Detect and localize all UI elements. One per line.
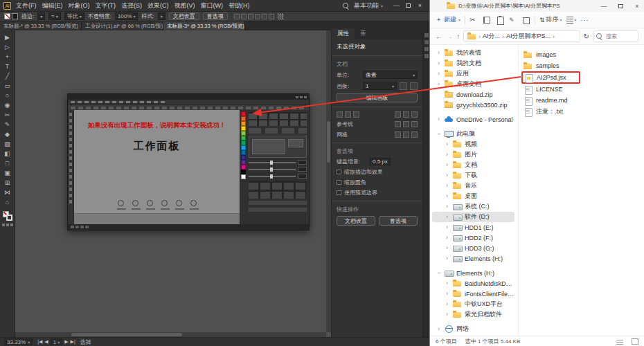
sidebar-item[interactable]: 音乐: [432, 181, 515, 191]
sidebar-item[interactable]: download.zip: [432, 89, 515, 100]
paste-icon[interactable]: [496, 16, 504, 24]
sidebar-item[interactable]: HDD1 (E:): [432, 222, 515, 233]
brush-dropdown[interactable]: ≈▾: [48, 12, 60, 20]
chevron-icon[interactable]: [446, 203, 450, 210]
grid-icons[interactable]: [395, 131, 418, 138]
quick-document-setup-button[interactable]: 文档设置: [337, 216, 375, 226]
fill-stroke-swatches[interactable]: [4, 13, 18, 19]
edit-artboard-button[interactable]: 编辑画板: [337, 93, 418, 102]
sidebar-item[interactable]: iFontsClientFileCache: [432, 289, 515, 299]
portrait-icon[interactable]: [400, 82, 407, 90]
chevron-icon[interactable]: [438, 131, 442, 137]
sidebar-item[interactable]: 应用: [432, 69, 515, 79]
chevron-icon[interactable]: [446, 291, 450, 297]
chevron-icon[interactable]: [438, 116, 442, 122]
minimize-button[interactable]: —: [597, 1, 611, 12]
chevron-icon[interactable]: [438, 71, 442, 77]
horizontal-scrollbar[interactable]: [15, 332, 326, 337]
sidebar-item[interactable]: HDD3 (G:): [432, 243, 515, 253]
preferences-button[interactable]: 首选项: [203, 12, 228, 20]
sidebar-item[interactable]: 桌面: [432, 191, 515, 201]
width-profile-dropdown[interactable]: 等比▾: [64, 12, 84, 20]
tool-icon[interactable]: T: [1, 62, 14, 71]
chevron-icon[interactable]: [446, 245, 450, 251]
first-artboard-icon[interactable]: |◀: [37, 339, 42, 345]
chevron-icon[interactable]: [446, 141, 450, 147]
unit-dropdown[interactable]: 像素▾: [363, 71, 418, 79]
guides-icons[interactable]: [395, 121, 418, 127]
fill-swatch[interactable]: [4, 13, 10, 19]
zoom-dropdown[interactable]: 33.33% ▾: [4, 338, 33, 345]
menu-item[interactable]: 效果(C): [147, 1, 169, 10]
breadcrumb-segment[interactable]: AI分...: [483, 32, 500, 41]
menu-item[interactable]: 窗口(W): [201, 1, 224, 10]
breadcrumb-segment[interactable]: AI分层脚本PS...: [506, 32, 551, 41]
file-row[interactable]: samples: [521, 60, 562, 71]
stroke-width-dropdown[interactable]: ▾: [37, 12, 45, 20]
tool-icon[interactable]: ▷: [1, 42, 14, 52]
style-dropdown[interactable]: ▾: [158, 12, 166, 20]
document-tab[interactable]: 工业设计(1).ai* @ 66 % (RGB/预览): [82, 21, 163, 30]
stroke-swatch[interactable]: [12, 13, 18, 19]
tool-icon[interactable]: ◆: [1, 129, 14, 139]
menu-item[interactable]: 编辑(E): [42, 1, 63, 10]
chevron-icon[interactable]: [446, 224, 450, 230]
search-input[interactable]: [605, 33, 635, 40]
menu-item[interactable]: 帮助(H): [229, 1, 250, 10]
tab-properties[interactable]: 属性: [332, 28, 355, 39]
chevron-icon[interactable]: [446, 301, 450, 307]
file-row[interactable]: images: [521, 49, 558, 60]
chevron-icon[interactable]: [446, 311, 450, 318]
align-icons[interactable]: [234, 14, 274, 19]
tool-icon[interactable]: ▶: [1, 33, 14, 42]
fill-stroke-widget[interactable]: [3, 211, 12, 221]
sidebar-item[interactable]: 紫光归档软件: [432, 309, 515, 320]
last-artboard-icon[interactable]: ▶|: [71, 339, 75, 345]
new-button[interactable]: ＋ 新建 ▾: [436, 15, 460, 24]
sidebar-item[interactable]: 网络: [432, 324, 515, 334]
vertical-scrollbar[interactable]: [326, 30, 331, 332]
preference-checkbox-row[interactable]: 缩放圆角: [337, 179, 418, 186]
chevron-icon[interactable]: [446, 280, 450, 286]
chevron-icon[interactable]: [438, 326, 442, 332]
chevron-icon[interactable]: [438, 81, 442, 87]
tool-icon[interactable]: ▭: [1, 81, 14, 91]
quick-preferences-button[interactable]: 首选项: [379, 216, 418, 226]
tool-icon[interactable]: ⋈: [1, 188, 14, 197]
file-row[interactable]: LICENSE: [521, 84, 565, 95]
tool-icon[interactable]: ◉: [1, 100, 14, 110]
delete-icon[interactable]: [522, 16, 530, 24]
tool-icon[interactable]: ✎: [1, 120, 14, 129]
sidebar-item[interactable]: BaiduNetdiskDownload: [432, 278, 515, 289]
document-setup-button[interactable]: 文档设置: [169, 12, 199, 20]
sidebar-item[interactable]: 我的表情: [432, 48, 515, 58]
chevron-icon[interactable]: [446, 152, 450, 158]
tool-icon[interactable]: ▣: [1, 168, 14, 178]
canvas[interactable]: 如果没有出现工作面板，说明脚本未安装成功！ 工作面板: [15, 30, 331, 337]
tool-icon[interactable]: +: [1, 52, 14, 62]
artboard-dropdown[interactable]: 1▾: [363, 82, 397, 90]
tool-icon[interactable]: ✂: [1, 110, 14, 120]
menu-item[interactable]: 对象(O): [69, 1, 90, 10]
up-icon[interactable]: ↑: [456, 33, 460, 40]
copy-icon[interactable]: [483, 16, 491, 24]
sidebar-item[interactable]: HDD2 (F:): [432, 233, 515, 243]
back-icon[interactable]: ←: [436, 33, 442, 40]
sidebar-item[interactable]: Elements (H:): [432, 253, 515, 264]
file-row[interactable]: 注意：.txt: [521, 106, 565, 117]
menu-item[interactable]: 选择(S): [121, 1, 142, 10]
sidebar-item[interactable]: 图片: [432, 149, 515, 160]
sidebar-item[interactable]: 此电脑: [432, 129, 515, 139]
panel-dock[interactable]: [422, 30, 429, 337]
tool-icon[interactable]: □: [1, 158, 14, 168]
ruler-grid-icons[interactable]: [337, 111, 359, 118]
file-row[interactable]: readme.md: [521, 95, 570, 106]
tool-icon[interactable]: ▨: [1, 139, 14, 149]
file-row[interactable]: AI2Psd.jsx: [521, 71, 580, 84]
sidebar-item[interactable]: Elements (H:): [432, 268, 515, 278]
tab-library[interactable]: 库: [355, 28, 372, 39]
chevron-icon[interactable]: [446, 193, 450, 199]
sidebar-item[interactable]: 我的文档: [432, 58, 515, 69]
landscape-icon[interactable]: [410, 82, 418, 90]
workspace-switcher[interactable]: 基本功能 ▾: [354, 1, 383, 10]
